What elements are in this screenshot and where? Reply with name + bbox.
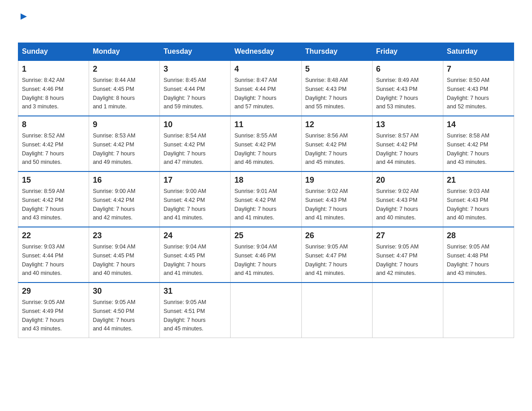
calendar-cell: 23 Sunrise: 9:04 AMSunset: 4:45 PMDaylig… [89,227,160,283]
day-number: 17 [163,176,227,185]
day-info: Sunrise: 8:57 AMSunset: 4:42 PMDaylight:… [376,133,419,165]
calendar-cell: 21 Sunrise: 9:03 AMSunset: 4:43 PMDaylig… [443,171,514,227]
day-info: Sunrise: 8:44 AMSunset: 4:45 PMDaylight:… [93,77,135,110]
day-info: Sunrise: 9:01 AMSunset: 4:42 PMDaylight:… [234,188,277,221]
day-number: 24 [163,231,227,240]
weekday-header-wednesday: Wednesday [231,43,301,61]
day-number: 15 [22,176,85,185]
day-number: 11 [234,120,297,129]
calendar-cell: 31 Sunrise: 9:05 AMSunset: 4:51 PMDaylig… [160,283,231,338]
day-info: Sunrise: 9:05 AMSunset: 4:48 PMDaylight:… [447,244,489,276]
calendar-cell [301,283,372,338]
calendar-cell: 8 Sunrise: 8:52 AMSunset: 4:42 PMDayligh… [18,116,89,171]
calendar-cell: 2 Sunrise: 8:44 AMSunset: 4:45 PMDayligh… [89,60,160,116]
calendar-cell: 17 Sunrise: 9:00 AMSunset: 4:42 PMDaylig… [160,171,231,227]
calendar-cell: 19 Sunrise: 9:02 AMSunset: 4:43 PMDaylig… [301,171,372,227]
day-info: Sunrise: 8:55 AMSunset: 4:42 PMDaylight:… [234,133,277,165]
day-number: 8 [22,120,85,129]
calendar-cell: 1 Sunrise: 8:42 AMSunset: 4:46 PMDayligh… [18,60,89,116]
day-info: Sunrise: 9:02 AMSunset: 4:43 PMDaylight:… [305,188,348,221]
day-number: 21 [447,176,510,185]
day-number: 1 [22,64,85,74]
day-info: Sunrise: 9:04 AMSunset: 4:46 PMDaylight:… [234,244,277,276]
day-number: 28 [447,231,510,240]
day-number: 13 [376,120,439,129]
day-number: 5 [305,64,369,74]
day-number: 20 [376,176,439,185]
calendar-cell: 20 Sunrise: 9:02 AMSunset: 4:43 PMDaylig… [372,171,443,227]
day-number: 23 [93,231,156,240]
calendar-cell: 14 Sunrise: 8:58 AMSunset: 4:42 PMDaylig… [443,116,514,171]
day-info: Sunrise: 9:03 AMSunset: 4:44 PMDaylight:… [22,244,64,276]
weekday-header-saturday: Saturday [443,43,514,61]
calendar-cell: 5 Sunrise: 8:48 AMSunset: 4:43 PMDayligh… [301,60,372,116]
calendar-cell: 11 Sunrise: 8:55 AMSunset: 4:42 PMDaylig… [231,116,301,171]
calendar-week-row: 22 Sunrise: 9:03 AMSunset: 4:44 PMDaylig… [18,227,514,283]
calendar-cell: 6 Sunrise: 8:49 AMSunset: 4:43 PMDayligh… [372,60,443,116]
calendar-cell: 27 Sunrise: 9:05 AMSunset: 4:47 PMDaylig… [372,227,443,283]
calendar-week-row: 29 Sunrise: 9:05 AMSunset: 4:49 PMDaylig… [18,283,514,338]
calendar-week-row: 8 Sunrise: 8:52 AMSunset: 4:42 PMDayligh… [18,116,514,171]
day-info: Sunrise: 9:00 AMSunset: 4:42 PMDaylight:… [163,188,206,221]
day-info: Sunrise: 9:05 AMSunset: 4:49 PMDaylight:… [22,299,64,332]
day-info: Sunrise: 9:04 AMSunset: 4:45 PMDaylight:… [93,244,135,276]
day-number: 6 [376,64,439,74]
weekday-header-friday: Friday [372,43,443,61]
day-info: Sunrise: 8:42 AMSunset: 4:46 PMDaylight:… [22,77,64,110]
calendar-cell: 12 Sunrise: 8:56 AMSunset: 4:42 PMDaylig… [301,116,372,171]
day-number: 19 [305,176,369,185]
day-info: Sunrise: 8:47 AMSunset: 4:44 PMDaylight:… [234,77,277,110]
calendar-week-row: 1 Sunrise: 8:42 AMSunset: 4:46 PMDayligh… [18,60,514,116]
day-number: 29 [22,287,85,296]
day-info: Sunrise: 9:05 AMSunset: 4:47 PMDaylight:… [305,244,348,276]
day-number: 30 [93,287,156,296]
day-info: Sunrise: 8:59 AMSunset: 4:42 PMDaylight:… [22,188,64,221]
calendar-cell: 3 Sunrise: 8:45 AMSunset: 4:44 PMDayligh… [160,60,231,116]
calendar-cell: 10 Sunrise: 8:54 AMSunset: 4:42 PMDaylig… [160,116,231,171]
page-header [18,13,514,34]
day-info: Sunrise: 8:52 AMSunset: 4:42 PMDaylight:… [22,133,64,165]
calendar-cell [231,283,301,338]
calendar-cell: 22 Sunrise: 9:03 AMSunset: 4:44 PMDaylig… [18,227,89,283]
calendar-cell: 28 Sunrise: 9:05 AMSunset: 4:48 PMDaylig… [443,227,514,283]
day-info: Sunrise: 8:56 AMSunset: 4:42 PMDaylight:… [305,133,348,165]
day-number: 22 [22,231,85,240]
weekday-header-tuesday: Tuesday [160,43,231,61]
day-number: 10 [163,120,227,129]
day-number: 25 [234,231,297,240]
calendar-header-row: SundayMondayTuesdayWednesdayThursdayFrid… [18,43,514,61]
logo-icon [19,12,29,21]
day-info: Sunrise: 9:02 AMSunset: 4:43 PMDaylight:… [376,188,419,221]
calendar-cell [443,283,514,338]
day-number: 12 [305,120,369,129]
day-number: 7 [447,64,510,74]
day-info: Sunrise: 9:03 AMSunset: 4:43 PMDaylight:… [447,188,489,221]
day-info: Sunrise: 8:48 AMSunset: 4:43 PMDaylight:… [305,77,348,110]
day-info: Sunrise: 9:05 AMSunset: 4:51 PMDaylight:… [163,299,206,332]
logo [18,13,29,34]
weekday-header-thursday: Thursday [301,43,372,61]
day-number: 2 [93,64,156,74]
svg-marker-0 [21,13,27,20]
day-info: Sunrise: 9:00 AMSunset: 4:42 PMDaylight:… [93,188,135,221]
calendar-cell [372,283,443,338]
weekday-header-sunday: Sunday [18,43,89,61]
calendar-cell: 4 Sunrise: 8:47 AMSunset: 4:44 PMDayligh… [231,60,301,116]
day-number: 9 [93,120,156,129]
day-info: Sunrise: 8:54 AMSunset: 4:42 PMDaylight:… [163,133,206,165]
day-info: Sunrise: 8:45 AMSunset: 4:44 PMDaylight:… [163,77,206,110]
calendar-cell: 9 Sunrise: 8:53 AMSunset: 4:42 PMDayligh… [89,116,160,171]
calendar-cell: 26 Sunrise: 9:05 AMSunset: 4:47 PMDaylig… [301,227,372,283]
calendar-table: SundayMondayTuesdayWednesdayThursdayFrid… [18,43,514,338]
day-number: 3 [163,64,227,74]
calendar-cell: 18 Sunrise: 9:01 AMSunset: 4:42 PMDaylig… [231,171,301,227]
calendar-cell: 16 Sunrise: 9:00 AMSunset: 4:42 PMDaylig… [89,171,160,227]
day-number: 16 [93,176,156,185]
calendar-body: 1 Sunrise: 8:42 AMSunset: 4:46 PMDayligh… [18,60,514,338]
day-info: Sunrise: 8:58 AMSunset: 4:42 PMDaylight:… [447,133,489,165]
calendar-cell: 7 Sunrise: 8:50 AMSunset: 4:43 PMDayligh… [443,60,514,116]
calendar-cell: 25 Sunrise: 9:04 AMSunset: 4:46 PMDaylig… [231,227,301,283]
day-number: 18 [234,176,297,185]
day-info: Sunrise: 8:50 AMSunset: 4:43 PMDaylight:… [447,77,489,110]
calendar-cell: 15 Sunrise: 8:59 AMSunset: 4:42 PMDaylig… [18,171,89,227]
